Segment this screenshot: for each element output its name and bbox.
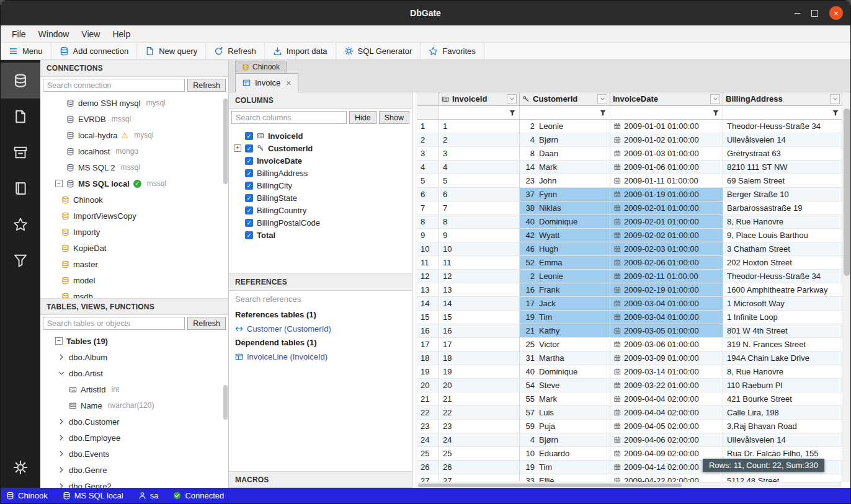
cell-invoicedate[interactable]: 2009-03-09 01:00:00 — [610, 351, 723, 365]
cell-invoicedate[interactable]: 2009-03-05 01:00:00 — [610, 324, 723, 338]
row-number[interactable]: 25 — [417, 447, 439, 461]
row-number[interactable]: 23 — [417, 420, 439, 433]
toolbar-favorites-button[interactable]: Favorites — [421, 43, 484, 60]
cell-customerid[interactable]: 16Frank — [520, 283, 610, 297]
cell-customerid[interactable]: 4Bjørn — [520, 433, 610, 447]
cell-customerid[interactable]: 21Kathy — [520, 324, 610, 338]
tables-tree-item-dbo-customer[interactable]: dbo.Customer — [40, 413, 228, 430]
tab-invoice[interactable]: Invoice × — [235, 73, 298, 92]
column-checkbox[interactable]: ✓ — [245, 144, 253, 153]
cell-billingaddress[interactable]: 319 N. Frances Street — [723, 338, 842, 351]
row-number[interactable]: 26 — [417, 461, 439, 474]
cell-billingaddress[interactable]: Theodor-Heuss-Straße 34 — [723, 270, 842, 283]
column-item-billingcity[interactable]: ✓BillingCity — [229, 179, 412, 192]
tables-scrollbar[interactable] — [223, 385, 228, 420]
statusbar-database[interactable]: Chinook — [6, 491, 48, 500]
connection-item-demo-ssh-mysql[interactable]: demo SSH mysqlmysql — [40, 95, 228, 111]
cell-invoiceid[interactable]: 5 — [439, 174, 520, 188]
column-item-billingstate[interactable]: ✓BillingState — [229, 192, 412, 204]
cell-billingaddress[interactable]: 8, Rue Hanovre — [723, 215, 842, 229]
column-header-invoiceid[interactable]: InvoiceId — [439, 92, 520, 106]
cell-billingaddress[interactable]: 801 W 4th Street — [723, 324, 842, 338]
cell-customerid[interactable]: 42Wyatt — [520, 229, 610, 242]
cell-invoicedate[interactable]: 2009-02-01 01:00:00 — [610, 215, 723, 229]
activity-connections[interactable] — [1, 63, 40, 99]
cell-invoiceid[interactable]: 9 — [439, 229, 520, 242]
cell-billingaddress[interactable]: Theodor-Heuss-Straße 34 — [723, 120, 842, 133]
cell-customerid[interactable]: 17Jack — [520, 297, 610, 311]
cell-billingaddress[interactable]: Ullevålsveien 14 — [723, 433, 842, 447]
cell-invoiceid[interactable]: 15 — [439, 311, 520, 324]
tab-close-icon[interactable]: × — [286, 78, 291, 88]
connection-item-local-hydra[interactable]: local-hydra⚠mysql — [40, 127, 228, 143]
statusbar-status[interactable]: Connected — [173, 491, 224, 500]
activity-archive[interactable] — [1, 135, 40, 170]
row-number[interactable]: 2 — [417, 133, 439, 147]
cell-customerid[interactable]: 2Leonie — [520, 120, 610, 133]
columns-show-button[interactable]: Show — [379, 111, 409, 124]
filter-funnel-icon[interactable] — [507, 109, 518, 117]
cell-invoicedate[interactable]: 2009-03-04 01:00:00 — [610, 297, 723, 311]
connection-item-msdb[interactable]: msdb — [40, 288, 228, 298]
cell-invoicedate[interactable]: 2009-01-11 01:00:00 — [610, 174, 723, 188]
close-button[interactable]: × — [829, 6, 843, 20]
row-number[interactable]: 18 — [417, 351, 439, 365]
row-number[interactable]: 9 — [417, 229, 439, 242]
column-item-customerid[interactable]: +✓CustomerId — [229, 142, 412, 154]
column-menu-button[interactable] — [710, 94, 720, 104]
tables-tree-item-dbo-genre2[interactable]: dbo.Genre2 — [40, 478, 228, 488]
cell-customerid[interactable]: 10Eduardo — [520, 447, 610, 461]
cell-invoiceid[interactable]: 18 — [439, 351, 520, 365]
cell-invoicedate[interactable]: 2009-04-04 02:00:00 — [610, 392, 723, 406]
column-item-billingcountry[interactable]: ✓BillingCountry — [229, 204, 412, 216]
cell-invoiceid[interactable]: 21 — [439, 392, 520, 406]
cell-customerid[interactable]: 40Dominique — [520, 365, 610, 379]
column-item-billingpostalcode[interactable]: ✓BillingPostalCode — [229, 216, 412, 229]
tables-tree-item-dbo-events[interactable]: dbo.Events — [40, 446, 228, 462]
cell-customerid[interactable]: 52Emma — [520, 256, 610, 270]
cell-billingaddress[interactable]: 421 Bourke Street — [723, 392, 842, 406]
connection-item-localhost[interactable]: localhostmongo — [40, 143, 228, 159]
row-number[interactable]: 17 — [417, 338, 439, 351]
row-number[interactable]: 8 — [417, 215, 439, 229]
row-number[interactable]: 1 — [417, 120, 439, 133]
cell-customerid[interactable]: 19Tim — [520, 461, 610, 474]
cell-billingaddress[interactable]: 194A Chain Lake Drive — [723, 351, 842, 365]
cell-customerid[interactable]: 37Fynn — [520, 188, 610, 201]
horizontal-scrollbar-thumb[interactable] — [418, 484, 682, 487]
cell-invoiceid[interactable]: 26 — [439, 461, 520, 474]
column-item-invoiceid[interactable]: ✓InvoiceId — [229, 130, 412, 142]
cell-billingaddress[interactable]: Ullevålsveien 14 — [723, 133, 842, 147]
cell-billingaddress[interactable]: 9, Place Louis Barthou — [723, 229, 842, 242]
cell-billingaddress[interactable]: Calle Lira, 198 — [723, 406, 842, 420]
cell-invoiceid[interactable]: 12 — [439, 270, 520, 283]
column-checkbox[interactable]: ✓ — [245, 182, 253, 190]
row-number[interactable]: 5 — [417, 174, 439, 188]
row-number[interactable]: 11 — [417, 256, 439, 270]
connection-item-ms-sql-local[interactable]: −MS SQL local✓mssql — [40, 175, 228, 192]
column-expander-icon[interactable]: + — [234, 144, 241, 152]
column-checkbox[interactable]: ✓ — [245, 231, 253, 239]
cell-customerid[interactable]: 4Bjørn — [520, 133, 610, 147]
cell-customerid[interactable]: 38Niklas — [520, 201, 610, 215]
cell-invoiceid[interactable]: 20 — [439, 379, 520, 392]
cell-invoicedate[interactable]: 2009-03-14 01:00:00 — [610, 365, 723, 379]
cell-invoiceid[interactable]: 3 — [439, 147, 520, 161]
cell-billingaddress[interactable]: Barbarossastraße 19 — [723, 201, 842, 215]
cell-invoicedate[interactable]: 2009-02-03 01:00:00 — [610, 242, 723, 256]
columns-search-input[interactable] — [231, 111, 347, 124]
cell-invoiceid[interactable]: 10 — [439, 242, 520, 256]
connection-item-importy[interactable]: Importy — [40, 224, 228, 240]
column-checkbox[interactable]: ✓ — [245, 169, 253, 177]
toolbar-add-connection-button[interactable]: Add connection — [51, 43, 138, 60]
cell-billingaddress[interactable]: 3,Raj Bhavan Road — [723, 420, 842, 433]
cell-billingaddress[interactable]: 110 Raeburn Pl — [723, 379, 842, 392]
cell-billingaddress[interactable]: 1600 Amphitheatre Parkway — [723, 283, 842, 297]
cell-billingaddress[interactable]: 69 Salem Street — [723, 174, 842, 188]
connection-item-ms-sql-2[interactable]: MS SQL 2mssql — [40, 159, 228, 175]
column-item-invoicedate[interactable]: ✓InvoiceDate — [229, 154, 412, 167]
connection-item-model[interactable]: model — [40, 272, 228, 288]
filter-input[interactable] — [612, 108, 710, 118]
cell-invoicedate[interactable]: 2009-02-11 01:00:00 — [610, 270, 723, 283]
row-number[interactable]: 6 — [417, 188, 439, 201]
